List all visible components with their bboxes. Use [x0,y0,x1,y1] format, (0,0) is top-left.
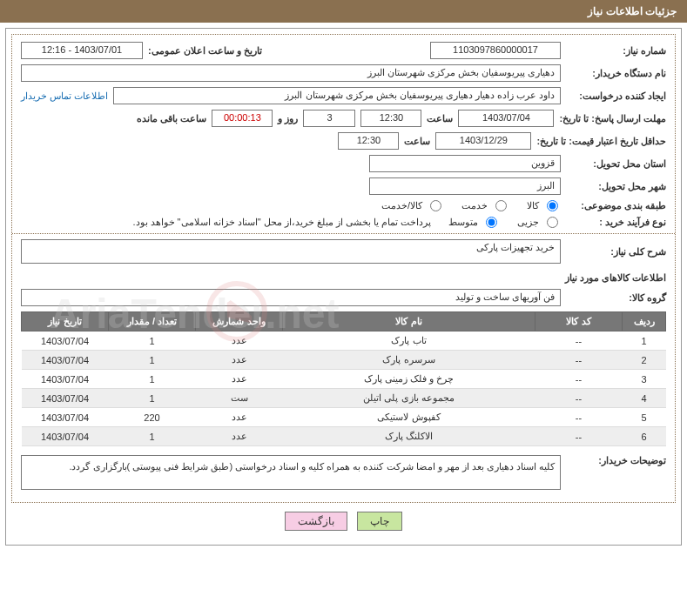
cell-code: -- [535,389,623,408]
buyer-contact-link[interactable]: اطلاعات تماس خریدار [21,90,108,102]
radio-medium-label: متوسط [448,217,478,228]
cell-unit: عدد [196,370,283,389]
summary-value: خرید تجهیزات پارکی [21,239,561,264]
table-row: 4--مجموعه بازی پلی اتیلنست11403/07/04 [22,389,666,408]
cell-date: 1403/07/04 [22,331,109,351]
city-label: شهر محل تحویل: [566,181,666,192]
cell-date: 1403/07/04 [22,408,109,427]
cell-date: 1403/07/04 [22,427,109,446]
cell-date: 1403/07/04 [22,370,109,389]
deadline-date: 1403/07/04 [458,110,554,127]
row-category: طبقه بندی موضوعی: کالا خدمت کالا/خدمت [21,200,666,211]
cell-code: -- [535,331,623,351]
cell-unit: عدد [196,351,283,370]
th-code: کد کالا [535,312,623,331]
group-label: گروه کالا: [566,292,666,304]
row-requester: ایجاد کننده درخواست: داود عرب زاده دهیار… [21,87,666,104]
radio-both[interactable] [430,200,441,211]
row-province: استان محل تحویل: قزوین [21,155,666,172]
cell-date: 1403/07/04 [22,389,109,408]
cell-row: 5 [623,408,666,427]
form-frame: شماره نیاز: 1103097860000017 تاریخ و ساع… [11,34,676,503]
row-group: گروه کالا: فن آوریهای ساخت و تولید [21,289,666,306]
row-city: شهر محل تحویل: البرز [21,177,666,195]
th-unit: واحد شمارش [196,312,283,331]
row-validity: حداقل تاریخ اعتبار قیمت: تا تاریخ: 1403/… [21,132,666,150]
group-value: فن آوریهای ساخت و تولید [21,289,561,306]
print-button[interactable]: چاپ [357,512,402,531]
cell-unit: عدد [196,427,283,446]
radio-both-label: کالا/خدمت [381,200,422,211]
cell-qty: 1 [109,331,196,351]
cell-code: -- [535,370,623,389]
back-button[interactable]: بازگشت [285,512,347,531]
th-qty: تعداد / مقدار [109,312,196,331]
cell-row: 6 [623,427,666,446]
cell-qty: 1 [109,370,196,389]
deadline-countdown: 00:00:13 [212,110,273,127]
radio-partial-label: جزیی [517,217,539,228]
goods-section-title: اطلاعات کالاهای مورد نیاز [21,272,666,284]
radio-goods[interactable] [547,200,558,211]
buyer-org-label: نام دستگاه خریدار: [566,68,666,79]
row-buyer-notes: توضیحات خریدار: کلیه اسناد دهیاری بعد از… [21,455,666,490]
cell-name: سرسره پارک [283,351,535,370]
cell-row: 2 [623,351,666,370]
cell-code: -- [535,427,623,446]
deadline-label: مهلت ارسال پاسخ: تا تاریخ: [559,113,666,124]
cell-unit: عدد [196,331,283,351]
cell-row: 1 [623,331,666,351]
row-need-number: شماره نیاز: 1103097860000017 تاریخ و ساع… [21,42,666,59]
th-row: ردیف [623,312,666,331]
buyer-notes-value: کلیه اسناد دهیاری بعد از مهر و امضا شرکت… [21,455,561,490]
deadline-days-word: روز و [278,113,298,124]
deadline-time-word: ساعت [427,113,453,124]
cell-row: 4 [623,389,666,408]
row-deadline: مهلت ارسال پاسخ: تا تاریخ: 1403/07/04 سا… [21,110,666,127]
outer-frame: AriaTender.net شماره نیاز: 1103097860000… [5,28,682,546]
cell-unit: عدد [196,408,283,427]
announce-value: 1403/07/01 - 12:16 [21,42,143,59]
row-process: نوع فرآیند خرید : جزیی متوسط پرداخت تمام… [21,217,666,228]
row-buyer-org: نام دستگاه خریدار: دهیاری پیریوسفیان بخش… [21,64,666,82]
cell-code: -- [535,351,623,370]
city-value: البرز [369,177,561,195]
goods-table: ردیف کد کالا نام کالا واحد شمارش تعداد /… [21,311,666,446]
cell-qty: 1 [109,389,196,408]
cell-name: تاب پارک [283,331,535,351]
cell-name: کفپوش لاستیکی [283,408,535,427]
page-title: جزئیات اطلاعات نیاز [588,5,677,17]
announce-label: تاریخ و ساعت اعلان عمومی: [148,45,262,57]
province-value: قزوین [369,155,561,172]
th-date: تاریخ نیاز [22,312,109,331]
validity-time-word: ساعت [404,136,430,147]
cell-name: مجموعه بازی پلی اتیلن [283,389,535,408]
cell-name: چرخ و فلک زمینی پارک [283,370,535,389]
validity-label: حداقل تاریخ اعتبار قیمت: تا تاریخ: [536,136,666,147]
cell-date: 1403/07/04 [22,351,109,370]
deadline-days: 3 [303,110,355,127]
radio-partial[interactable] [547,217,558,228]
requester-value: داود عرب زاده دهیار دهیاری پیریوسفیان بخ… [113,87,561,104]
table-row: 1--تاب پارکعدد11403/07/04 [22,331,666,351]
buyer-notes-label: توضیحات خریدار: [566,455,666,466]
table-row: 5--کفپوش لاستیکیعدد2201403/07/04 [22,408,666,427]
need-number-value: 1103097860000017 [430,42,561,59]
process-note: پرداخت تمام یا بخشی از مبلغ خرید،از محل … [132,217,431,228]
radio-goods-label: کالا [527,200,539,211]
summary-label: شرح کلی نیاز: [566,246,666,258]
radio-service[interactable] [495,200,507,211]
cell-code: -- [535,408,623,427]
cell-unit: ست [196,389,283,408]
table-row: 6--الاکلنگ پارکعدد11403/07/04 [22,427,666,446]
table-row: 2--سرسره پارکعدد11403/07/04 [22,351,666,370]
table-row: 3--چرخ و فلک زمینی پارکعدد11403/07/04 [22,370,666,389]
deadline-remain-word: ساعت باقی مانده [137,113,206,124]
cell-name: الاکلنگ پارک [283,427,535,446]
cell-qty: 220 [109,408,196,427]
requester-label: ایجاد کننده درخواست: [566,90,666,102]
th-name: نام کالا [283,312,535,331]
page-header: جزئیات اطلاعات نیاز [0,0,687,23]
radio-medium[interactable] [486,217,497,228]
divider-1 [12,233,675,234]
